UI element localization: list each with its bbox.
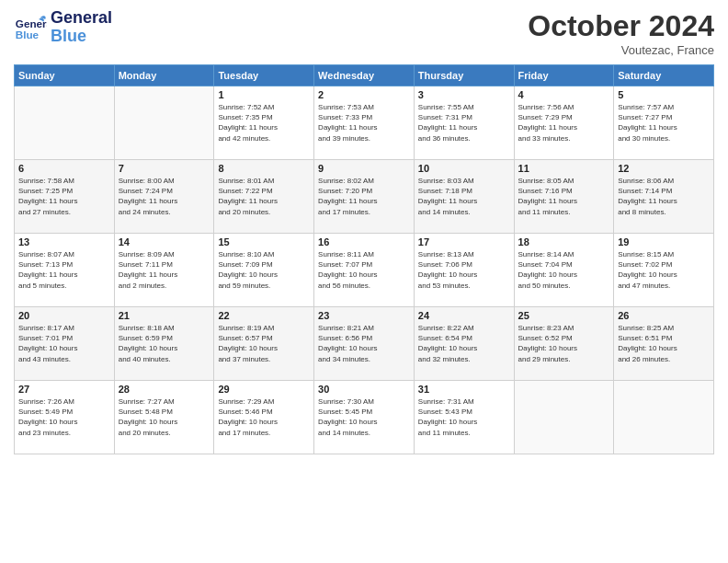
day-number: 3 <box>418 89 510 100</box>
calendar-cell: 10Sunrise: 8:03 AM Sunset: 7:18 PM Dayli… <box>414 160 514 234</box>
calendar-cell: 30Sunrise: 7:30 AM Sunset: 5:45 PM Dayli… <box>314 381 415 454</box>
calendar-cell <box>114 86 214 160</box>
day-number: 6 <box>18 163 110 174</box>
calendar-cell: 27Sunrise: 7:26 AM Sunset: 5:49 PM Dayli… <box>15 381 115 454</box>
cell-info: Sunrise: 8:18 AM Sunset: 6:59 PM Dayligh… <box>119 323 210 364</box>
calendar-cell: 13Sunrise: 8:07 AM Sunset: 7:13 PM Dayli… <box>15 234 115 307</box>
day-number: 4 <box>518 89 610 100</box>
calendar-cell: 9Sunrise: 8:02 AM Sunset: 7:20 PM Daylig… <box>314 160 415 234</box>
week-row-1: 1Sunrise: 7:52 AM Sunset: 7:35 PM Daylig… <box>15 86 714 160</box>
calendar-cell: 20Sunrise: 8:17 AM Sunset: 7:01 PM Dayli… <box>15 307 115 381</box>
cell-info: Sunrise: 8:13 AM Sunset: 7:06 PM Dayligh… <box>418 249 510 291</box>
day-number: 8 <box>218 163 310 174</box>
cell-info: Sunrise: 8:00 AM Sunset: 7:24 PM Dayligh… <box>119 176 210 217</box>
week-row-3: 13Sunrise: 8:07 AM Sunset: 7:13 PM Dayli… <box>15 234 714 307</box>
day-number: 21 <box>119 310 210 321</box>
day-number: 14 <box>119 236 210 247</box>
calendar-cell: 7Sunrise: 8:00 AM Sunset: 7:24 PM Daylig… <box>114 160 214 234</box>
day-number: 10 <box>418 163 510 174</box>
day-number: 26 <box>618 310 710 321</box>
calendar-cell: 23Sunrise: 8:21 AM Sunset: 6:56 PM Dayli… <box>314 307 415 381</box>
cell-info: Sunrise: 7:27 AM Sunset: 5:48 PM Dayligh… <box>119 396 210 438</box>
day-header-wednesday: Wednesday <box>314 65 415 86</box>
cell-info: Sunrise: 7:56 AM Sunset: 7:29 PM Dayligh… <box>518 102 610 144</box>
day-number: 31 <box>418 384 510 395</box>
cell-info: Sunrise: 8:09 AM Sunset: 7:11 PM Dayligh… <box>119 249 210 291</box>
month-title: October 2024 <box>528 9 714 43</box>
location: Voutezac, France <box>528 43 714 57</box>
logo-general-text: General <box>51 9 112 28</box>
cell-info: Sunrise: 8:11 AM Sunset: 7:07 PM Dayligh… <box>318 249 410 291</box>
day-number: 20 <box>18 310 110 321</box>
day-header-tuesday: Tuesday <box>214 65 314 86</box>
calendar-cell: 15Sunrise: 8:10 AM Sunset: 7:09 PM Dayli… <box>214 234 314 307</box>
day-number: 25 <box>518 310 610 321</box>
day-number: 17 <box>418 236 510 247</box>
calendar-cell: 17Sunrise: 8:13 AM Sunset: 7:06 PM Dayli… <box>414 234 514 307</box>
calendar-cell: 21Sunrise: 8:18 AM Sunset: 6:59 PM Dayli… <box>114 307 214 381</box>
day-number: 15 <box>218 236 310 247</box>
cell-info: Sunrise: 8:07 AM Sunset: 7:13 PM Dayligh… <box>18 249 110 291</box>
cell-info: Sunrise: 8:23 AM Sunset: 6:52 PM Dayligh… <box>518 323 610 364</box>
day-number: 29 <box>218 384 310 395</box>
page-container: General Blue General Blue October 2024 V… <box>0 0 728 563</box>
calendar-cell: 19Sunrise: 8:15 AM Sunset: 7:02 PM Dayli… <box>614 234 714 307</box>
calendar-cell: 1Sunrise: 7:52 AM Sunset: 7:35 PM Daylig… <box>214 86 314 160</box>
day-number: 16 <box>318 236 410 247</box>
day-number: 1 <box>218 89 310 100</box>
cell-info: Sunrise: 8:25 AM Sunset: 6:51 PM Dayligh… <box>618 323 710 364</box>
calendar-cell: 2Sunrise: 7:53 AM Sunset: 7:33 PM Daylig… <box>314 86 415 160</box>
day-number: 28 <box>119 384 210 395</box>
day-header-monday: Monday <box>114 65 214 86</box>
day-number: 19 <box>618 236 710 247</box>
page-header: General Blue General Blue October 2024 V… <box>14 9 714 57</box>
cell-info: Sunrise: 7:55 AM Sunset: 7:31 PM Dayligh… <box>418 102 510 144</box>
calendar-cell <box>15 86 115 160</box>
day-number: 23 <box>318 310 410 321</box>
cell-info: Sunrise: 8:10 AM Sunset: 7:09 PM Dayligh… <box>218 249 310 291</box>
calendar-cell: 22Sunrise: 8:19 AM Sunset: 6:57 PM Dayli… <box>214 307 314 381</box>
cell-info: Sunrise: 8:01 AM Sunset: 7:22 PM Dayligh… <box>218 176 310 217</box>
day-number: 22 <box>218 310 310 321</box>
week-row-5: 27Sunrise: 7:26 AM Sunset: 5:49 PM Dayli… <box>15 381 714 454</box>
cell-info: Sunrise: 8:19 AM Sunset: 6:57 PM Dayligh… <box>218 323 310 364</box>
calendar-cell: 4Sunrise: 7:56 AM Sunset: 7:29 PM Daylig… <box>514 86 614 160</box>
cell-info: Sunrise: 7:30 AM Sunset: 5:45 PM Dayligh… <box>318 396 410 438</box>
calendar-header-row: SundayMondayTuesdayWednesdayThursdayFrid… <box>15 65 714 86</box>
cell-info: Sunrise: 7:53 AM Sunset: 7:33 PM Dayligh… <box>318 102 410 144</box>
cell-info: Sunrise: 8:22 AM Sunset: 6:54 PM Dayligh… <box>418 323 510 364</box>
day-number: 12 <box>618 163 710 174</box>
calendar-cell: 25Sunrise: 8:23 AM Sunset: 6:52 PM Dayli… <box>514 307 614 381</box>
calendar-cell: 29Sunrise: 7:29 AM Sunset: 5:46 PM Dayli… <box>214 381 314 454</box>
calendar-cell: 6Sunrise: 7:58 AM Sunset: 7:25 PM Daylig… <box>15 160 115 234</box>
day-number: 30 <box>318 384 410 395</box>
cell-info: Sunrise: 8:17 AM Sunset: 7:01 PM Dayligh… <box>18 323 110 364</box>
calendar-cell <box>514 381 614 454</box>
cell-info: Sunrise: 7:58 AM Sunset: 7:25 PM Dayligh… <box>18 176 110 217</box>
logo-icon: General Blue <box>14 11 47 44</box>
day-number: 7 <box>119 163 210 174</box>
calendar-cell: 24Sunrise: 8:22 AM Sunset: 6:54 PM Dayli… <box>414 307 514 381</box>
calendar-cell: 3Sunrise: 7:55 AM Sunset: 7:31 PM Daylig… <box>414 86 514 160</box>
day-header-saturday: Saturday <box>614 65 714 86</box>
calendar-cell: 12Sunrise: 8:06 AM Sunset: 7:14 PM Dayli… <box>614 160 714 234</box>
day-number: 9 <box>318 163 410 174</box>
logo: General Blue General Blue <box>14 9 112 46</box>
title-area: October 2024 Voutezac, France <box>528 9 714 57</box>
day-number: 24 <box>418 310 510 321</box>
day-number: 27 <box>18 384 110 395</box>
calendar-cell: 26Sunrise: 8:25 AM Sunset: 6:51 PM Dayli… <box>614 307 714 381</box>
calendar-cell: 28Sunrise: 7:27 AM Sunset: 5:48 PM Dayli… <box>114 381 214 454</box>
cell-info: Sunrise: 7:26 AM Sunset: 5:49 PM Dayligh… <box>18 396 110 438</box>
cell-info: Sunrise: 7:29 AM Sunset: 5:46 PM Dayligh… <box>218 396 310 438</box>
calendar-cell: 11Sunrise: 8:05 AM Sunset: 7:16 PM Dayli… <box>514 160 614 234</box>
calendar-cell: 31Sunrise: 7:31 AM Sunset: 5:43 PM Dayli… <box>414 381 514 454</box>
calendar-table: SundayMondayTuesdayWednesdayThursdayFrid… <box>14 64 714 454</box>
day-header-thursday: Thursday <box>414 65 514 86</box>
calendar-cell: 8Sunrise: 8:01 AM Sunset: 7:22 PM Daylig… <box>214 160 314 234</box>
day-number: 2 <box>318 89 410 100</box>
day-number: 13 <box>18 236 110 247</box>
cell-info: Sunrise: 8:21 AM Sunset: 6:56 PM Dayligh… <box>318 323 410 364</box>
day-number: 5 <box>618 89 710 100</box>
week-row-4: 20Sunrise: 8:17 AM Sunset: 7:01 PM Dayli… <box>15 307 714 381</box>
